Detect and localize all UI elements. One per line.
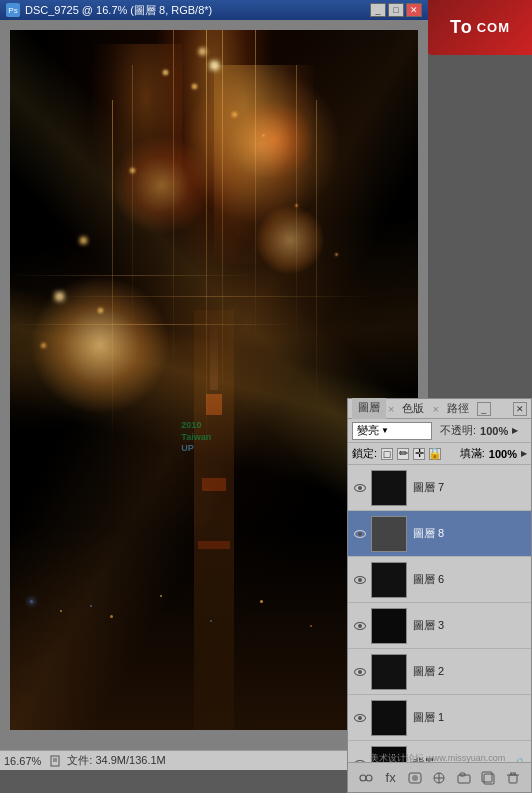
eye-symbol-1 — [354, 714, 366, 722]
to-text: To — [450, 17, 473, 38]
layer-name-8: 圖層 8 — [410, 526, 444, 541]
watermark-text: 美术设计论坛 www.missyuan.com — [370, 752, 506, 765]
window-controls: _ □ ✕ — [370, 3, 422, 17]
watermark: 美术设计论坛 www.missyuan.com — [346, 749, 529, 767]
fill-label: 填滿: — [460, 446, 485, 461]
lock-transparent-button[interactable]: □ — [381, 448, 393, 460]
eye-symbol-2 — [354, 668, 366, 676]
zoom-level: 16.67% — [4, 755, 41, 767]
opacity-arrow[interactable]: ▶ — [512, 426, 518, 435]
new-adjustment-button[interactable] — [429, 768, 449, 788]
lock-row: 鎖定: □ ✏ ✛ 🔒 填滿: 100% ▶ — [348, 443, 531, 465]
title-bar: Ps DSC_9725 @ 16.7% (圖層 8, RGB/8*) _ □ ✕ — [0, 0, 428, 20]
tab-channels[interactable]: 色版 — [396, 399, 430, 418]
eye-symbol-6 — [354, 576, 366, 584]
panel-minimize-button[interactable]: _ — [477, 402, 491, 416]
tab-paths[interactable]: 路徑 — [441, 399, 475, 418]
com-text: COM — [477, 20, 510, 35]
layer-thumbnail-6 — [371, 562, 407, 598]
add-style-button[interactable]: fx — [381, 768, 401, 788]
visibility-icon-6[interactable] — [352, 572, 368, 588]
layer-thumbnail-8 — [371, 516, 407, 552]
layer-thumbnail-7 — [371, 470, 407, 506]
visibility-icon-3[interactable] — [352, 618, 368, 634]
lock-pixels-button[interactable]: ✏ — [397, 448, 409, 460]
layer-thumbnail-3 — [371, 608, 407, 644]
maximize-button[interactable]: □ — [388, 3, 404, 17]
lock-label: 鎖定: — [352, 446, 377, 461]
panel-header: 圖層 × 色版 × 路徑 _ ✕ — [348, 399, 531, 419]
blend-mode-row: 變亮 ▼ 不透明: 100% ▶ — [348, 419, 531, 443]
layer-thumbnail-1 — [371, 700, 407, 736]
link-layers-button[interactable] — [356, 768, 376, 788]
ps-icon: Ps — [6, 3, 20, 17]
fill-arrow[interactable]: ▶ — [521, 449, 527, 458]
svg-point-4 — [366, 775, 372, 781]
eye-symbol-8 — [354, 530, 366, 538]
minimize-button[interactable]: _ — [370, 3, 386, 17]
layer-name-3: 圖層 3 — [410, 618, 444, 633]
layer-row-2[interactable]: 圖層 2 — [348, 649, 531, 695]
layer-row-8[interactable]: 圖層 8 — [348, 511, 531, 557]
new-group-button[interactable] — [454, 768, 474, 788]
layer-row-1[interactable]: 圖層 1 — [348, 695, 531, 741]
window-title: DSC_9725 @ 16.7% (圖層 8, RGB/8*) — [25, 3, 370, 18]
layer-row-6[interactable]: 圖層 6 — [348, 557, 531, 603]
layers-list: 圖層 7 圖層 8 圖層 6 — [348, 465, 531, 762]
svg-point-7 — [412, 775, 418, 781]
panel-close-button[interactable]: ✕ — [513, 402, 527, 416]
close-button[interactable]: ✕ — [406, 3, 422, 17]
visibility-icon-8[interactable] — [352, 526, 368, 542]
eye-symbol-3 — [354, 622, 366, 630]
visibility-icon-7[interactable] — [352, 480, 368, 496]
layer-name-6: 圖層 6 — [410, 572, 444, 587]
eye-symbol-7 — [354, 484, 366, 492]
blend-mode-select[interactable]: 變亮 ▼ — [352, 422, 432, 440]
lock-position-button[interactable]: ✛ — [413, 448, 425, 460]
forum-branding: To COM — [428, 0, 532, 55]
layer-row-3[interactable]: 圖層 3 — [348, 603, 531, 649]
opacity-value[interactable]: 100% — [480, 425, 508, 437]
lock-all-button[interactable]: 🔒 — [429, 448, 441, 460]
delete-layer-button[interactable] — [503, 768, 523, 788]
layer-name-2: 圖層 2 — [410, 664, 444, 679]
layer-name-1: 圖層 1 — [410, 710, 444, 725]
layer-row-7[interactable]: 圖層 7 — [348, 465, 531, 511]
layer-thumbnail-2 — [371, 654, 407, 690]
opacity-label: 不透明: — [440, 423, 476, 438]
photoshop-window: Ps DSC_9725 @ 16.7% (圖層 8, RGB/8*) _ □ ✕ — [0, 0, 532, 793]
tab-layers[interactable]: 圖層 — [352, 398, 386, 419]
svg-rect-13 — [509, 775, 517, 783]
visibility-icon-1[interactable] — [352, 710, 368, 726]
add-mask-button[interactable] — [405, 768, 425, 788]
svg-point-3 — [360, 775, 366, 781]
new-layer-button[interactable] — [478, 768, 498, 788]
fill-value[interactable]: 100% — [489, 448, 517, 460]
document-icon — [49, 754, 63, 768]
layers-panel: 圖層 × 色版 × 路徑 _ ✕ 變亮 ▼ 不透明: 100% ▶ 鎖定: □ … — [347, 398, 532, 793]
visibility-icon-2[interactable] — [352, 664, 368, 680]
layer-name-7: 圖層 7 — [410, 480, 444, 495]
